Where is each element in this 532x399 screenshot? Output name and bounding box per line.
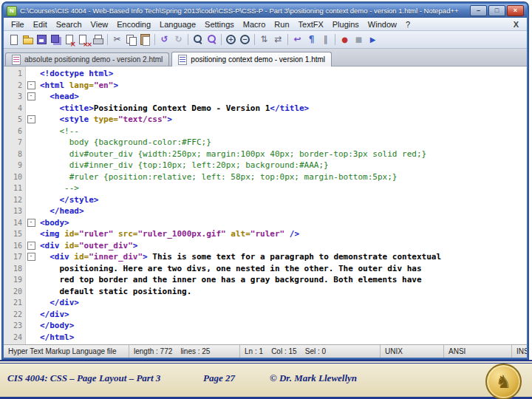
minimize-button[interactable]: – <box>470 5 487 16</box>
line-number: 13 <box>4 205 22 217</box>
menu-item-encoding[interactable]: Encoding <box>112 19 155 30</box>
code-line: red top border and the inner one has a g… <box>40 274 527 286</box>
fold-margin-cell <box>26 286 36 298</box>
menu-item-view[interactable]: View <box>86 19 113 30</box>
menu-item-window[interactable]: Window <box>364 19 401 30</box>
fold-margin-cell[interactable]: - <box>26 80 36 92</box>
menu-close-button[interactable]: X <box>508 20 524 29</box>
fold-collapse-marker[interactable]: - <box>27 219 35 227</box>
fold-margin-cell <box>26 309 36 321</box>
fold-margin-cell[interactable]: - <box>26 240 36 252</box>
menu-item-settings[interactable]: Settings <box>200 19 239 30</box>
code-editor[interactable]: 123456789101112131415161718192021222324 … <box>4 66 527 344</box>
indent-guide-icon[interactable] <box>319 33 332 46</box>
save-icon[interactable] <box>35 33 48 46</box>
redo-icon[interactable] <box>172 33 185 46</box>
save-all-icon[interactable] <box>50 33 62 46</box>
stop-macro-icon[interactable] <box>352 33 365 46</box>
sync-horizontal-icon[interactable] <box>272 33 284 46</box>
fold-collapse-marker[interactable]: - <box>27 115 35 123</box>
record-macro-icon[interactable] <box>338 33 351 46</box>
menu-bar: FileEditSearchViewEncodingLanguageSettin… <box>4 18 527 31</box>
status-cursor-position: Ln : 1 Col : 15 Sel : 0 <box>240 345 381 358</box>
code-line: body {background-color:#FFC;} <box>40 137 527 149</box>
line-number: 10 <box>4 171 22 183</box>
fold-collapse-marker[interactable]: - <box>27 253 35 261</box>
fold-margin-cell <box>26 183 36 194</box>
menu-item-run[interactable]: Run <box>270 19 293 30</box>
menu-item-[interactable]: ? <box>401 19 415 30</box>
code-line: </style> <box>40 194 527 206</box>
line-number: 2 <box>4 80 22 92</box>
print-icon[interactable] <box>92 33 104 46</box>
status-bar: Hyper Text Markup Language file length :… <box>4 344 527 358</box>
maximize-button[interactable]: □ <box>488 5 505 16</box>
status-encoding: ANSI <box>444 345 512 358</box>
fold-margin-cell <box>26 274 36 286</box>
tab-1[interactable]: absolute positioning demo - version 2.ht… <box>5 52 169 66</box>
fold-margin-cell <box>26 160 36 171</box>
line-number: 3 <box>4 91 22 103</box>
tab-2-active[interactable]: positioning context demo - version 1.htm… <box>171 52 332 66</box>
tab-label: positioning context demo - version 1.htm… <box>191 55 325 64</box>
title-bar[interactable]: N C:\Courses\CIS 4004 - Web-Based Info T… <box>4 4 527 18</box>
menu-item-edit[interactable]: Edit <box>29 19 52 30</box>
new-file-icon[interactable] <box>7 33 20 46</box>
slide-footer: CIS 4004: CSS – Page Layout – Part 3 Pag… <box>0 360 532 399</box>
code-line: div#inner_div {top:10px; left:20px; back… <box>40 160 527 171</box>
code-text-area[interactable]: <!doctype html><html lang="en"><head><ti… <box>36 66 527 344</box>
close-file-icon[interactable] <box>64 33 76 46</box>
code-line: <html lang="en"> <box>40 80 527 92</box>
sync-vertical-icon[interactable] <box>258 33 270 46</box>
fold-margin-cell[interactable]: - <box>26 114 36 126</box>
line-number-gutter: 123456789101112131415161718192021222324 <box>4 66 26 344</box>
replace-icon[interactable] <box>205 33 218 46</box>
word-wrap-icon[interactable] <box>291 33 304 46</box>
line-number: 9 <box>4 160 22 171</box>
show-all-characters-icon[interactable] <box>305 33 318 46</box>
fold-collapse-marker[interactable]: - <box>27 92 35 100</box>
toolbar-separator <box>335 34 335 45</box>
menu-item-macro[interactable]: Macro <box>239 19 270 30</box>
pegasus-icon: ♞ <box>496 373 512 391</box>
code-line: div#outer_div {width:250px; margin:100px… <box>40 149 527 160</box>
play-macro-icon[interactable] <box>366 33 379 46</box>
fold-margin-cell[interactable]: - <box>26 251 36 263</box>
paste-icon[interactable] <box>139 33 151 46</box>
zoom-in-icon[interactable] <box>225 33 237 46</box>
code-line: <head> <box>40 91 527 103</box>
menu-item-language[interactable]: Language <box>155 19 200 30</box>
menu-item-textfx[interactable]: TextFX <box>294 19 328 30</box>
fold-collapse-marker[interactable]: - <box>27 81 35 89</box>
document-icon <box>12 55 21 65</box>
line-number: 16 <box>4 240 22 252</box>
fold-collapse-marker[interactable]: - <box>27 242 35 250</box>
undo-icon[interactable] <box>158 33 171 46</box>
copy-icon[interactable] <box>125 33 137 46</box>
code-line: </div> <box>40 297 527 309</box>
cut-icon[interactable] <box>111 33 123 46</box>
line-number: 12 <box>4 194 22 206</box>
line-number: 17 <box>4 251 22 263</box>
open-file-icon[interactable] <box>21 33 34 46</box>
code-line: #ruler {position:relative; left: 58px; t… <box>40 171 527 183</box>
fold-margin-cell[interactable]: - <box>26 91 36 103</box>
close-all-icon[interactable] <box>78 33 90 46</box>
ucf-pegasus-logo: ♞ <box>485 364 522 399</box>
menu-item-search[interactable]: Search <box>52 19 86 30</box>
find-icon[interactable] <box>191 33 204 46</box>
close-button[interactable]: × <box>507 5 524 16</box>
menu-item-file[interactable]: File <box>7 19 29 30</box>
window-title: C:\Courses\CIS 4004 - Web-Based Info Tec… <box>20 7 467 15</box>
fold-margin-cell[interactable]: - <box>26 217 36 229</box>
toolbar <box>4 31 527 49</box>
fold-margin-cell <box>26 228 36 240</box>
toolbar-separator <box>154 34 155 45</box>
tab-bar: absolute positioning demo - version 2.ht… <box>4 49 527 66</box>
fold-margin-cell <box>26 297 36 309</box>
code-line: <!doctype html> <box>40 68 527 80</box>
zoom-out-icon[interactable] <box>239 33 251 46</box>
toolbar-separator <box>221 34 222 45</box>
line-number: 24 <box>4 332 22 344</box>
menu-item-plugins[interactable]: Plugins <box>328 19 364 30</box>
